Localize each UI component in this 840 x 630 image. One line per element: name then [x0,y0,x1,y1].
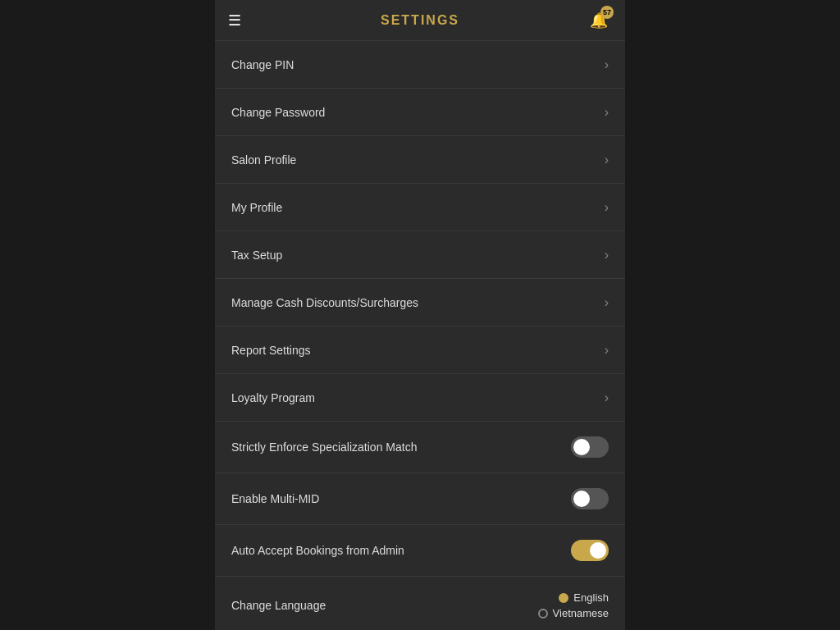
chevron-icon-salon-profile: › [605,153,609,167]
menu-item-tax-setup[interactable]: Tax Setup› [215,231,625,279]
language-label-english: English [573,591,609,604]
menu-item-label-enable-multi-mid: Enable Multi-MID [231,492,319,505]
notification-button[interactable]: 🔔 57 [586,7,612,34]
toggle-strictly-enforce[interactable] [571,436,609,458]
menu-item-label-change-pin: Change PIN [231,58,294,71]
menu-item-change-password[interactable]: Change Password› [215,89,625,136]
menu-item-label-salon-profile: Salon Profile [231,153,296,167]
chevron-icon-change-pin: › [605,57,609,72]
language-option-english[interactable]: English [559,591,609,604]
menu-item-change-language[interactable]: Change LanguageEnglishVietnamese [215,577,625,630]
menu-item-label-loyalty-program: Loyalty Program [231,391,315,404]
menu-item-label-strictly-enforce: Strictly Enforce Specialization Match [231,441,417,454]
menu-item-report-settings[interactable]: Report Settings› [215,326,625,374]
chevron-icon-manage-cash: › [605,295,609,310]
chevron-icon-loyalty-program: › [605,390,609,405]
menu-item-salon-profile[interactable]: Salon Profile› [215,136,625,184]
radio-dot-vietnamese [538,609,548,619]
menu-item-loyalty-program[interactable]: Loyalty Program› [215,374,625,422]
notification-badge: 57 [600,6,614,19]
menu-item-strictly-enforce[interactable]: Strictly Enforce Specialization Match [215,422,625,473]
language-label-vietnamese: Vietnamese [553,607,609,619]
menu-item-label-auto-accept: Auto Accept Bookings from Admin [231,544,404,557]
header-title: SETTINGS [381,13,459,28]
menu-item-label-report-settings: Report Settings [231,344,311,357]
menu-item-my-profile[interactable]: My Profile› [215,184,625,231]
menu-item-auto-accept[interactable]: Auto Accept Bookings from Admin [215,525,625,577]
toggle-auto-accept[interactable] [571,540,609,561]
menu-item-label-change-language: Change Language [231,599,326,612]
app-container: ☰ SETTINGS 🔔 57 Change PIN›Change Passwo… [215,0,625,630]
language-container: EnglishVietnamese [538,591,609,619]
toggle-enable-multi-mid[interactable] [571,488,609,509]
menu-item-manage-cash[interactable]: Manage Cash Discounts/Surcharges› [215,279,625,326]
menu-item-label-manage-cash: Manage Cash Discounts/Surcharges [231,296,418,309]
chevron-icon-change-password: › [605,105,609,120]
hamburger-icon[interactable]: ☰ [228,11,241,30]
language-option-vietnamese[interactable]: Vietnamese [538,607,609,619]
menu-item-change-pin[interactable]: Change PIN› [215,41,625,89]
chevron-icon-tax-setup: › [605,248,609,262]
menu-item-label-my-profile: My Profile [231,201,282,214]
menu-item-label-tax-setup: Tax Setup [231,249,282,262]
chevron-icon-report-settings: › [605,343,609,358]
menu-list: Change PIN›Change Password›Salon Profile… [215,41,625,630]
menu-item-enable-multi-mid[interactable]: Enable Multi-MID [215,473,625,525]
chevron-icon-my-profile: › [605,200,609,215]
radio-dot-english [559,593,568,603]
menu-item-label-change-password: Change Password [231,106,325,119]
header: ☰ SETTINGS 🔔 57 [215,0,625,41]
